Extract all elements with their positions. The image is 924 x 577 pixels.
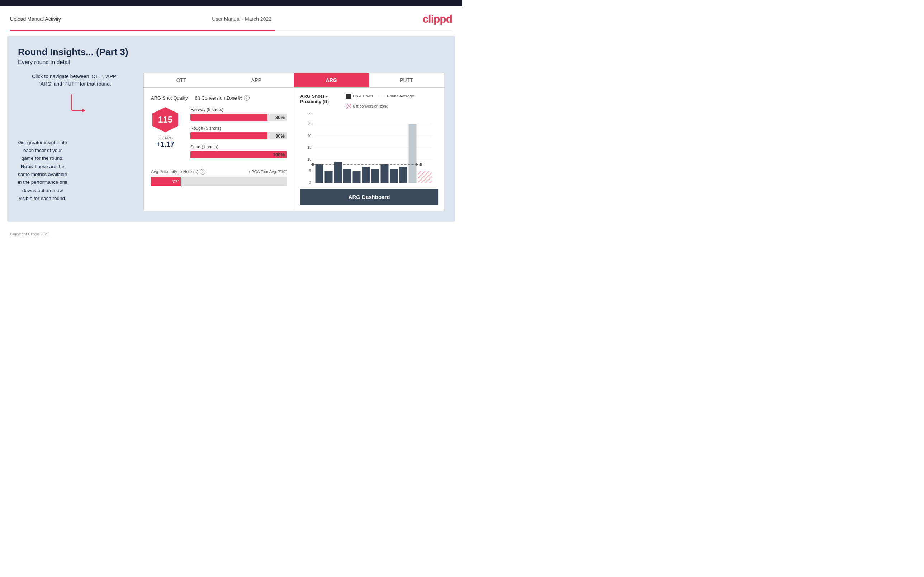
svg-text:20: 20 xyxy=(308,134,312,138)
bar-track-fairway: 80% xyxy=(191,114,287,121)
hexagon-container: 115 SG ARG +1.17 xyxy=(151,107,179,148)
document-title: User Manual - March 2022 xyxy=(212,16,271,22)
right-panel: OTT APP ARG PUTT ARG Shot Quality 6ft Co… xyxy=(144,73,444,211)
bar-8 xyxy=(381,164,389,183)
legend-label-conversion: 6 ft conversion zone xyxy=(353,104,388,108)
header-divider xyxy=(10,30,452,31)
bars-section: Fairway (5 shots) 80% Rough (5 shots) xyxy=(187,107,287,163)
proximity-section: Avg Proximity to Hole (ft) ? ↑ PGA Tour … xyxy=(151,169,287,186)
legend-avg: Round Average xyxy=(378,94,414,98)
arg-header: ARG Shot Quality 6ft Conversion Zone % ? xyxy=(151,95,287,101)
chart-svg: 0 5 10 15 20 25 30 xyxy=(300,113,438,185)
arg-quality-label: ARG Shot Quality xyxy=(151,95,188,101)
bar-10 xyxy=(399,167,407,183)
bar-row-fairway: Fairway (5 shots) 80% xyxy=(191,107,287,121)
svg-text:30: 30 xyxy=(308,113,312,115)
insight-note: Note: xyxy=(21,164,33,169)
tab-app[interactable]: APP xyxy=(219,73,294,87)
chart-title: ARG Shots - Proximity (ft) xyxy=(300,93,346,104)
proximity-bar-track: 77' xyxy=(151,177,287,186)
proximity-bar-fill: 77' xyxy=(151,177,181,186)
svg-text:5: 5 xyxy=(309,169,311,173)
bar-label-rough: Rough (5 shots) xyxy=(191,126,287,131)
bar-2 xyxy=(325,171,333,183)
avg-diamond xyxy=(311,163,315,166)
bar-3 xyxy=(334,162,342,183)
bar-fill-sand xyxy=(191,151,287,158)
bar-row-sand: Sand (1 shots) 100% xyxy=(191,144,287,158)
legend-dashed-avg xyxy=(378,96,385,97)
bar-7 xyxy=(372,169,380,183)
legend-updown: Up & Down xyxy=(346,93,373,98)
right-card: ARG Shots - Proximity (ft) Up & Down Rou… xyxy=(294,88,444,211)
hatch-zone xyxy=(418,171,432,183)
left-card: ARG Shot Quality 6ft Conversion Zone % ?… xyxy=(144,88,294,211)
legend-label-avg: Round Average xyxy=(387,94,414,98)
proximity-header: Avg Proximity to Hole (ft) ? ↑ PGA Tour … xyxy=(151,169,287,174)
sg-value: +1.17 xyxy=(156,140,174,148)
avg-arrow xyxy=(416,163,419,166)
page-subtitle: Every round in detail xyxy=(18,59,444,66)
bar-6 xyxy=(362,167,370,183)
svg-text:0: 0 xyxy=(309,181,311,185)
chart-header: ARG Shots - Proximity (ft) Up & Down Rou… xyxy=(300,93,438,109)
svg-text:10: 10 xyxy=(308,157,312,161)
card-body: ARG Shot Quality 6ft Conversion Zone % ?… xyxy=(144,88,444,211)
bar-pct-rough: 80% xyxy=(275,133,285,139)
conversion-label: 6ft Conversion Zone % ? xyxy=(195,95,250,101)
copyright: Copyright Clippd 2021 xyxy=(10,232,49,236)
top-bar xyxy=(0,0,462,6)
tabs: OTT APP ARG PUTT xyxy=(144,73,444,88)
tab-ott[interactable]: OTT xyxy=(144,73,219,87)
bar-5 xyxy=(353,171,361,183)
arrow-icon xyxy=(61,91,90,119)
page-title: Round Insights... (Part 3) xyxy=(18,47,444,58)
svg-text:15: 15 xyxy=(308,145,312,150)
logo: clippd xyxy=(423,13,452,25)
svg-text:25: 25 xyxy=(308,122,312,126)
nav-hint: Click to navigate between 'OTT', 'APP','… xyxy=(18,73,132,88)
tab-arg[interactable]: ARG xyxy=(294,73,369,87)
layout-row: Click to navigate between 'OTT', 'APP','… xyxy=(18,73,444,211)
svg-marker-2 xyxy=(82,109,86,112)
card: OTT APP ARG PUTT ARG Shot Quality 6ft Co… xyxy=(144,73,444,211)
bar-9 xyxy=(390,169,398,183)
avg-value-label: 8 xyxy=(420,162,422,167)
header: Upload Manual Activity User Manual - Mar… xyxy=(0,6,462,30)
legend: Up & Down Round Average 6 ft conversion … xyxy=(346,93,438,109)
proximity-cursor xyxy=(181,176,181,187)
bar-fill-rough xyxy=(191,132,268,139)
chart-area: 0 5 10 15 20 25 30 xyxy=(300,113,438,185)
proximity-label: Avg Proximity to Hole (ft) ? xyxy=(151,169,205,174)
legend-box-updown xyxy=(346,93,351,98)
help-icon[interactable]: ? xyxy=(244,95,250,101)
bar-row-rough: Rough (5 shots) 80% xyxy=(191,126,287,139)
pga-label: ↑ PGA Tour Avg: 7'10" xyxy=(249,169,287,174)
tab-putt[interactable]: PUTT xyxy=(369,73,444,87)
bar-pct-sand: 100% xyxy=(273,152,285,157)
bar-label-sand: Sand (1 shots) xyxy=(191,144,287,150)
hexagon-score: 115 xyxy=(151,107,179,132)
proximity-value: 77' xyxy=(173,179,179,184)
upload-link[interactable]: Upload Manual Activity xyxy=(10,16,61,22)
insight-box: Get greater insight intoeach facet of yo… xyxy=(18,130,132,211)
proximity-help-icon[interactable]: ? xyxy=(200,169,205,174)
bar-11 xyxy=(409,124,417,183)
insight-text: Get greater insight intoeach facet of yo… xyxy=(18,139,67,203)
main-content: Round Insights... (Part 3) Every round i… xyxy=(7,36,455,222)
sg-label: SG ARG xyxy=(158,136,173,140)
legend-label-updown: Up & Down xyxy=(353,94,373,98)
bar-track-rough: 80% xyxy=(191,132,287,139)
bar-1 xyxy=(315,164,323,183)
footer: Copyright Clippd 2021 xyxy=(0,227,462,241)
bar-label-fairway: Fairway (5 shots) xyxy=(191,107,287,112)
bar-pct-fairway: 80% xyxy=(275,115,285,120)
legend-conversion: 6 ft conversion zone xyxy=(346,103,388,109)
arg-dashboard-button[interactable]: ARG Dashboard xyxy=(300,189,438,205)
bar-track-sand: 100% xyxy=(191,151,287,158)
bar-fill-fairway xyxy=(191,114,268,121)
bar-4 xyxy=(344,169,351,183)
left-panel: Click to navigate between 'OTT', 'APP','… xyxy=(18,73,132,211)
legend-hatch-conversion xyxy=(346,103,351,109)
